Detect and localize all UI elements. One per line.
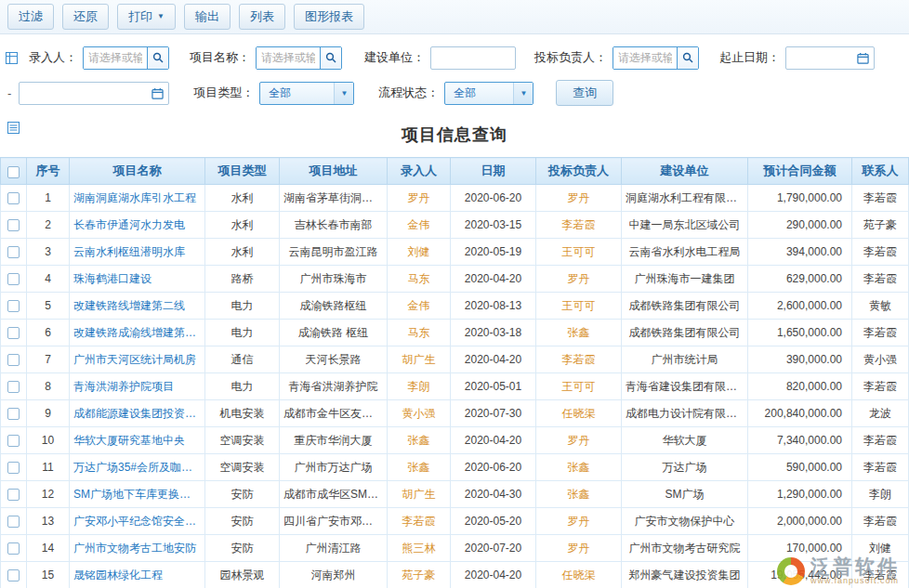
project-name-link[interactable]: 晟铭园林绿化工程: [70, 562, 205, 588]
row-checkbox[interactable]: [7, 273, 20, 285]
cell-date: 2020-06-20: [451, 454, 536, 481]
project-name-link[interactable]: 广州市文物考古工地安防: [70, 535, 205, 562]
row-checkbox[interactable]: [7, 408, 20, 420]
cell-project-type: 电力: [205, 373, 280, 400]
row-checkbox[interactable]: [7, 381, 20, 393]
project-name-link[interactable]: 改建铁路线增建第二线: [70, 293, 205, 320]
bid-manager-link[interactable]: 王可可: [536, 293, 622, 320]
cell-project-type: 空调安装: [205, 454, 280, 481]
project-name-link[interactable]: 华软大厦研究基地中央: [70, 427, 205, 454]
date-to-calendar-button[interactable]: [152, 87, 164, 99]
project-name-link[interactable]: 湖南洞庭湖水库引水工程: [70, 185, 205, 212]
cell-index: 2: [27, 212, 70, 239]
bid-manager-link[interactable]: 张鑫: [536, 320, 622, 346]
flow-status-select[interactable]: 全部 ▼: [444, 82, 534, 105]
row-checkbox[interactable]: [7, 246, 20, 258]
graphic-report-button[interactable]: 图形报表: [294, 4, 364, 30]
cell-project-type: 路桥: [205, 266, 280, 293]
row-checkbox[interactable]: [7, 192, 20, 204]
bid-manager-link[interactable]: 王可可: [536, 373, 622, 400]
build-unit-input[interactable]: [430, 46, 516, 70]
project-name-label: 项目名称：: [190, 49, 250, 66]
row-checkbox[interactable]: [7, 569, 20, 581]
print-button-label: 打印: [128, 8, 152, 25]
recorder-link[interactable]: 罗丹: [388, 185, 451, 212]
cell-address: 重庆市华润大厦: [280, 427, 388, 454]
bid-manager-link[interactable]: 罗丹: [536, 508, 622, 535]
export-button[interactable]: 输出: [184, 4, 231, 30]
recorder-link[interactable]: 马东: [388, 266, 451, 293]
recorder-link[interactable]: 苑子豪: [388, 562, 451, 588]
cell-build-unit: 广州市文物考古研究院: [622, 535, 748, 562]
row-checkbox[interactable]: [7, 327, 20, 339]
row-checkbox[interactable]: [7, 489, 20, 501]
bid-manager-link[interactable]: 王可可: [536, 239, 622, 266]
bid-manager-link[interactable]: 李若霞: [536, 212, 622, 239]
project-name-input[interactable]: [257, 47, 320, 69]
project-name-link[interactable]: 云南水利枢纽潜明水库: [70, 239, 205, 266]
project-name-link[interactable]: 珠海鹤港口建设: [70, 266, 205, 293]
select-all-checkbox[interactable]: [7, 166, 20, 178]
bid-manager-link[interactable]: 罗丹: [536, 427, 622, 454]
recorder-link[interactable]: 张鑫: [388, 427, 451, 454]
row-checkbox[interactable]: [7, 462, 20, 474]
cell-amount: 629,000.00: [748, 266, 852, 293]
project-name-link[interactable]: 万达广场35#会所及咖啡厅: [70, 454, 205, 481]
recorder-link[interactable]: 熊三林: [388, 535, 451, 562]
project-name-link[interactable]: 青海洪湖养护院项目: [70, 373, 205, 400]
cell-amount: 1,790,000.00: [748, 185, 852, 212]
search-icon: [325, 52, 336, 63]
recorder-link[interactable]: 金伟: [388, 293, 451, 320]
cell-address: 吉林长春市南部: [280, 212, 388, 239]
bid-manager-link[interactable]: 罗丹: [536, 535, 622, 562]
bid-manager-link[interactable]: 罗丹: [536, 185, 622, 212]
filter-button[interactable]: 过滤: [7, 4, 54, 30]
cell-date: 2020-04-20: [451, 427, 536, 454]
bid-manager-search-button[interactable]: [677, 47, 698, 69]
project-name-search-button[interactable]: [320, 47, 341, 69]
recorder-link[interactable]: 李朗: [388, 373, 451, 400]
recorder-link[interactable]: 张鑫: [388, 454, 451, 481]
bid-manager-link[interactable]: 任晓渠: [536, 400, 622, 427]
recorder-link[interactable]: 刘健: [388, 239, 451, 266]
bid-manager-link[interactable]: 任晓渠: [536, 562, 622, 588]
bid-manager-link[interactable]: 张鑫: [536, 454, 622, 481]
row-checkbox[interactable]: [7, 435, 20, 447]
date-to-input[interactable]: [20, 86, 152, 99]
recorder-link[interactable]: 金伟: [388, 212, 451, 239]
recorder-link[interactable]: 胡广生: [388, 481, 451, 508]
list-view-button[interactable]: 列表: [239, 4, 285, 30]
table-body: 1湖南洞庭湖水库引水工程水利湖南省茅草街洞庭湖罗丹2020-06-20罗丹洞庭湖…: [1, 185, 909, 588]
bid-manager-link[interactable]: 李若霞: [536, 346, 622, 373]
recorder-link[interactable]: 胡广生: [388, 346, 451, 373]
date-from-calendar-button[interactable]: [857, 52, 869, 64]
row-checkbox[interactable]: [7, 354, 20, 366]
cell-contact: 李若霞: [852, 373, 909, 400]
project-name-link[interactable]: 广安邓小平纪念馆安全防范: [70, 508, 205, 535]
project-name-link[interactable]: 成都能源建设集团投资项目: [70, 400, 205, 427]
bid-manager-link[interactable]: 罗丹: [536, 266, 622, 293]
recorder-input[interactable]: [84, 47, 147, 69]
cell-build-unit: 广安市文物保护中心: [622, 508, 748, 535]
project-name-link[interactable]: 长春市伊通河水力发电: [70, 212, 205, 239]
project-name-link[interactable]: 改建铁路成渝线增建第二线: [70, 320, 205, 346]
column-header: 联系人: [852, 158, 909, 185]
recorder-link[interactable]: 黄小强: [388, 400, 451, 427]
print-button[interactable]: 打印 ▼: [117, 4, 176, 30]
bid-manager-link[interactable]: 张鑫: [536, 481, 622, 508]
query-button[interactable]: 查询: [556, 80, 613, 106]
project-name-link[interactable]: 广州市天河区统计局机房: [70, 346, 205, 373]
row-checkbox[interactable]: [7, 542, 20, 555]
row-checkbox[interactable]: [7, 516, 20, 528]
recorder-link[interactable]: 李若霞: [388, 508, 451, 535]
recorder-link[interactable]: 马东: [388, 320, 451, 346]
date-from-input[interactable]: [786, 51, 857, 64]
row-checkbox[interactable]: [7, 300, 20, 312]
row-checkbox[interactable]: [7, 219, 20, 231]
cell-address: 广州市珠海市: [280, 266, 388, 293]
project-name-link[interactable]: SM广场地下车库更换项目: [70, 481, 205, 508]
project-type-select[interactable]: 全部 ▼: [259, 82, 354, 105]
bid-manager-input[interactable]: [613, 47, 677, 69]
recorder-search-button[interactable]: [147, 47, 168, 69]
restore-button[interactable]: 还原: [62, 4, 109, 30]
